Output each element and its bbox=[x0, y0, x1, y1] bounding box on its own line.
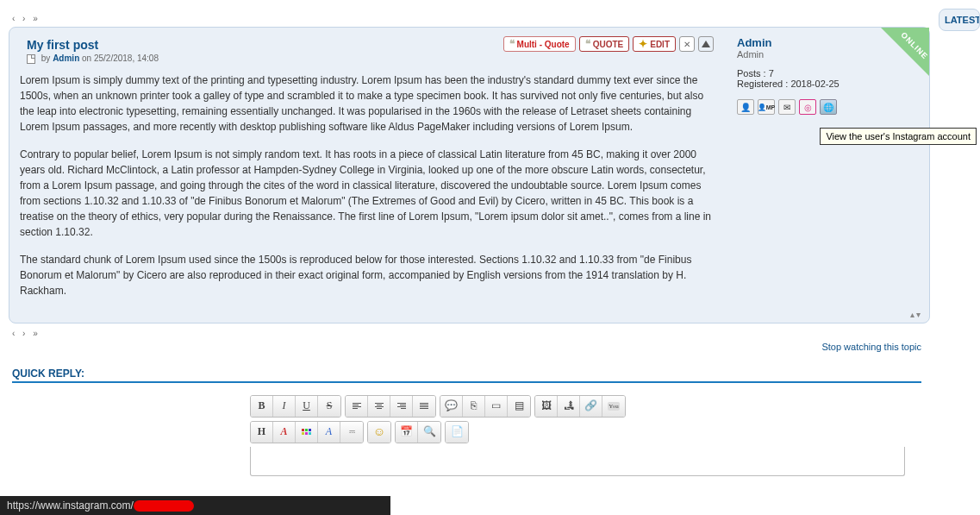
image2-button[interactable]: 🏞 bbox=[558, 396, 580, 417]
image-button[interactable]: 🖼 bbox=[535, 396, 558, 417]
align-left-button[interactable] bbox=[346, 396, 368, 417]
more-button[interactable]: ⎓ bbox=[340, 422, 363, 443]
align-justify-button[interactable] bbox=[413, 396, 435, 417]
sidebar-latest-widget[interactable]: LATEST bbox=[939, 9, 980, 31]
underline-button[interactable]: U bbox=[296, 396, 318, 417]
spoiler-button[interactable]: ▭ bbox=[485, 396, 508, 417]
link-button[interactable]: 🔗 bbox=[580, 396, 602, 417]
post-icon bbox=[27, 54, 35, 64]
page-button[interactable]: 📄 bbox=[446, 422, 468, 443]
reg-date: 2018-02-25 bbox=[790, 79, 839, 89]
posts-label: Posts : bbox=[737, 68, 766, 79]
post-date: 25/2/2018, 14:08 bbox=[94, 53, 159, 63]
quote-button[interactable]: ❝QUOTE bbox=[579, 36, 630, 52]
post-box: My first post by Admin on 25/2/2018, 14:… bbox=[9, 27, 930, 323]
instagram-tooltip: View the user's Instagram account bbox=[820, 128, 977, 145]
resize-handle[interactable]: ▴▾ bbox=[910, 310, 922, 319]
nav-dots-top: ‹ › » bbox=[12, 14, 930, 23]
quick-reply-header: QUICK REPLY: bbox=[12, 367, 921, 383]
palette-button[interactable] bbox=[296, 422, 318, 443]
post-meta: by Admin on 25/2/2018, 14:08 bbox=[27, 53, 716, 64]
post-paragraph: Contrary to popular belief, Lorem Ipsum … bbox=[20, 147, 716, 240]
profile-name-link[interactable]: Admin bbox=[737, 36, 771, 49]
post-title-link[interactable]: My first post bbox=[27, 38, 98, 52]
by-label: by bbox=[41, 53, 51, 63]
quick-reply-editor: B I U S 💬 ⎘ ▭ ▤ 🖼 bbox=[250, 395, 905, 476]
date-button[interactable]: 📅 bbox=[396, 422, 418, 443]
action-bar: ❝Multi - Quote ❝QUOTE ✦EDIT ✕ bbox=[503, 36, 714, 52]
list-button[interactable]: ▤ bbox=[508, 396, 530, 417]
fontcolor-button[interactable]: A bbox=[273, 422, 296, 443]
post-body: Lorem Ipsum is simply dummy text of the … bbox=[20, 72, 716, 298]
instagram-icon[interactable]: ◎ bbox=[799, 99, 816, 115]
align-center-button[interactable] bbox=[368, 396, 390, 417]
youtube-button[interactable]: You bbox=[602, 396, 625, 417]
on-label: on bbox=[82, 53, 91, 63]
post-paragraph: The standard chunk of Lorem Ipsum used s… bbox=[20, 252, 716, 298]
post-author-link[interactable]: Admin bbox=[53, 53, 79, 63]
email-icon[interactable]: ✉ bbox=[778, 99, 796, 115]
website-icon[interactable]: 🌐 bbox=[820, 99, 837, 115]
post-profile: ONLINE Admin Admin Posts : 7 Registered … bbox=[727, 28, 929, 323]
align-right-button[interactable] bbox=[390, 396, 413, 417]
host-button[interactable]: 🔍 bbox=[418, 422, 440, 443]
stop-watching-link[interactable]: Stop watching this topic bbox=[821, 342, 921, 352]
pm-icon[interactable]: 👤MP bbox=[758, 99, 775, 115]
strike-button[interactable]: S bbox=[318, 396, 340, 417]
emoji-button[interactable]: ☺ bbox=[368, 422, 390, 443]
italic-button[interactable]: I bbox=[273, 396, 296, 417]
code-button[interactable]: ⎘ bbox=[463, 396, 485, 417]
posts-count: 7 bbox=[769, 68, 774, 79]
bold-button[interactable]: B bbox=[251, 396, 273, 417]
post-paragraph: Lorem Ipsum is simply dummy text of the … bbox=[20, 72, 716, 135]
report-button[interactable] bbox=[698, 36, 714, 52]
profile-view-icon[interactable]: 👤 bbox=[737, 99, 754, 115]
header-button[interactable]: H bbox=[251, 422, 273, 443]
reg-label: Registered : bbox=[737, 79, 788, 89]
quote-bb-button[interactable]: 💬 bbox=[440, 396, 463, 417]
nav-dots-bottom: ‹ › » bbox=[12, 329, 930, 338]
multi-quote-button[interactable]: ❝Multi - Quote bbox=[503, 36, 576, 52]
delete-button[interactable]: ✕ bbox=[679, 36, 695, 52]
edit-button[interactable]: ✦EDIT bbox=[633, 36, 676, 52]
font-button[interactable]: A bbox=[318, 422, 340, 443]
reply-textarea[interactable] bbox=[250, 447, 905, 476]
